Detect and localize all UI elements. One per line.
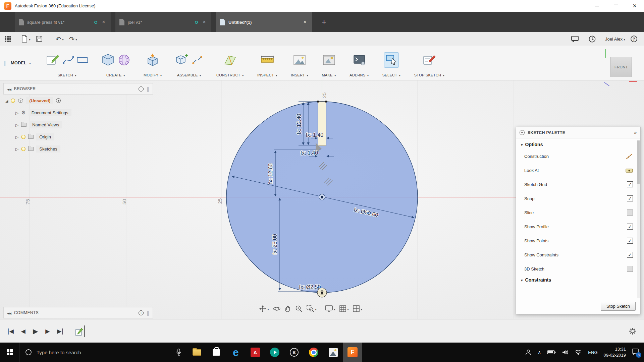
palette-option-show-points[interactable]: Show Points ✓: [516, 234, 640, 248]
ribbon-group-modify[interactable]: MODIFY: [137, 46, 169, 80]
zoom-window-button[interactable]: [307, 305, 317, 312]
dim-1-40-b[interactable]: fx: 1.40: [301, 150, 318, 156]
checkbox[interactable]: ✓: [627, 252, 633, 258]
dim-25-00[interactable]: fx: 25.00: [272, 234, 278, 254]
palette-option-sketch-grid[interactable]: Sketch Grid ✓: [516, 177, 640, 191]
collapsed-arrow-icon[interactable]: [15, 134, 18, 139]
checkbox[interactable]: [627, 209, 633, 216]
undo-button[interactable]: [56, 35, 64, 43]
collapse-panel-icon[interactable]: [7, 86, 11, 92]
taskbar-search[interactable]: Type here to search: [19, 343, 187, 362]
hidden-icons-chevron[interactable]: [538, 349, 541, 355]
document-root-label[interactable]: (Unsaved): [26, 97, 53, 104]
timeline-step-forward-button[interactable]: [45, 328, 50, 335]
form-sphere-icon[interactable]: [118, 54, 130, 66]
checkbox[interactable]: [627, 266, 633, 272]
help-button[interactable]: [631, 36, 637, 42]
palette-option-show-constraints[interactable]: Show Constraints ✓: [516, 248, 640, 262]
dim-12-40[interactable]: fx: 12.40: [296, 114, 302, 134]
palette-scrollbar[interactable]: [637, 140, 640, 298]
palette-option-construction[interactable]: Construction: [516, 149, 640, 163]
add-comment-icon[interactable]: [139, 310, 144, 315]
taskbar-photos[interactable]: [323, 343, 343, 362]
checkbox[interactable]: ✓: [627, 238, 633, 244]
slot-profile[interactable]: [318, 102, 326, 146]
canvas-image-icon[interactable]: [293, 55, 306, 65]
rectangle-tool-icon[interactable]: [77, 56, 88, 64]
timeline-step-back-button[interactable]: [21, 328, 25, 335]
checkbox[interactable]: ✓: [627, 181, 633, 187]
panel-grip[interactable]: [147, 86, 149, 92]
viewcube[interactable]: FRONT: [604, 56, 635, 87]
toolbar-grip[interactable]: [3, 60, 6, 66]
dim-1-40-a[interactable]: fx: 1.40: [306, 132, 324, 138]
stop-sketch-icon[interactable]: [423, 54, 436, 66]
press-pull-icon[interactable]: [146, 53, 159, 67]
taskbar-file-explorer[interactable]: [187, 343, 207, 362]
construction-line-icon[interactable]: [626, 153, 633, 159]
taskbar-chrome[interactable]: [304, 343, 323, 362]
options-section-header[interactable]: Options: [516, 138, 640, 149]
ribbon-group-stop-sketch[interactable]: STOP SKETCH: [408, 46, 451, 80]
grid-snap-button[interactable]: [339, 305, 349, 312]
expanded-arrow-icon[interactable]: [5, 98, 8, 103]
start-button[interactable]: [0, 343, 19, 362]
scripts-addins-icon[interactable]: [353, 55, 365, 65]
hand-pan-button[interactable]: [284, 305, 291, 312]
visibility-bulb-icon[interactable]: [21, 147, 25, 151]
ribbon-group-insert[interactable]: INSERT: [284, 46, 315, 80]
timeline-position-marker[interactable]: [84, 325, 85, 337]
select-cursor-icon[interactable]: [385, 54, 397, 65]
taskbar-store[interactable]: [207, 343, 226, 362]
browser-root-row[interactable]: (Unsaved): [3, 95, 153, 107]
display-settings-button[interactable]: [325, 305, 335, 312]
create-sketch-icon[interactable]: [46, 54, 60, 66]
orbit-button[interactable]: [273, 305, 280, 312]
look-at-icon[interactable]: [626, 168, 633, 173]
collapsed-arrow-icon[interactable]: [15, 146, 18, 152]
comments-button[interactable]: [571, 36, 579, 42]
dock-right-icon[interactable]: [634, 130, 637, 136]
ribbon-group-assemble[interactable]: ASSEMBLE: [169, 46, 210, 80]
viewcube-front-face[interactable]: FRONT: [610, 57, 632, 77]
dim-12-60[interactable]: fx: 12.60: [268, 163, 273, 184]
browser-item-origin[interactable]: Origin: [3, 131, 153, 143]
panel-grip[interactable]: [147, 310, 149, 316]
measure-icon[interactable]: [261, 55, 274, 65]
stop-sketch-button[interactable]: Stop Sketch: [601, 302, 636, 311]
tab-square-press-fit[interactable]: square press fit v1*: [15, 12, 111, 32]
battery-icon[interactable]: [547, 350, 556, 355]
close-tab-icon[interactable]: [201, 19, 207, 25]
palette-option-3d-sketch[interactable]: 3D Sketch: [516, 262, 640, 276]
ribbon-group-addins[interactable]: ADD-INS: [343, 46, 376, 80]
taskbar-adobe[interactable]: [246, 343, 265, 362]
taskbar-b-app[interactable]: [284, 343, 304, 362]
construction-plane-icon[interactable]: [223, 54, 237, 66]
taskbar-camtasia[interactable]: [265, 343, 284, 362]
origin-point[interactable]: [321, 196, 323, 198]
viewports-button[interactable]: [353, 305, 362, 312]
timeline-play-button[interactable]: [33, 327, 38, 335]
ribbon-group-sketch[interactable]: SKETCH: [40, 46, 95, 80]
tab-untitled-active[interactable]: Untitled*(1): [216, 12, 312, 32]
checkbox[interactable]: ✓: [627, 224, 633, 230]
ribbon-group-create[interactable]: CREATE: [95, 46, 137, 80]
close-tab-icon[interactable]: [302, 19, 308, 25]
minimize-button[interactable]: [588, 0, 606, 12]
action-center-button[interactable]: 8: [632, 349, 639, 356]
visibility-bulb-icon[interactable]: [21, 135, 25, 139]
new-component-icon[interactable]: [175, 54, 188, 66]
search-input[interactable]: Type here to search: [37, 350, 171, 355]
close-button[interactable]: [625, 0, 644, 12]
collapsed-arrow-icon[interactable]: [15, 122, 18, 127]
timeline-go-end-button[interactable]: [57, 328, 63, 335]
sketch-point[interactable]: [325, 101, 327, 103]
spline-tool-icon[interactable]: [63, 56, 74, 64]
checkbox[interactable]: ✓: [627, 195, 633, 201]
palette-option-look-at[interactable]: Look At: [516, 163, 640, 177]
comments-header[interactable]: COMMENTS: [3, 307, 153, 318]
palette-option-slice[interactable]: Slice: [516, 205, 640, 220]
timeline-settings-gear-icon[interactable]: [629, 327, 637, 335]
scrollbar-thumb[interactable]: [637, 140, 640, 184]
palette-option-snap[interactable]: Snap ✓: [516, 191, 640, 205]
